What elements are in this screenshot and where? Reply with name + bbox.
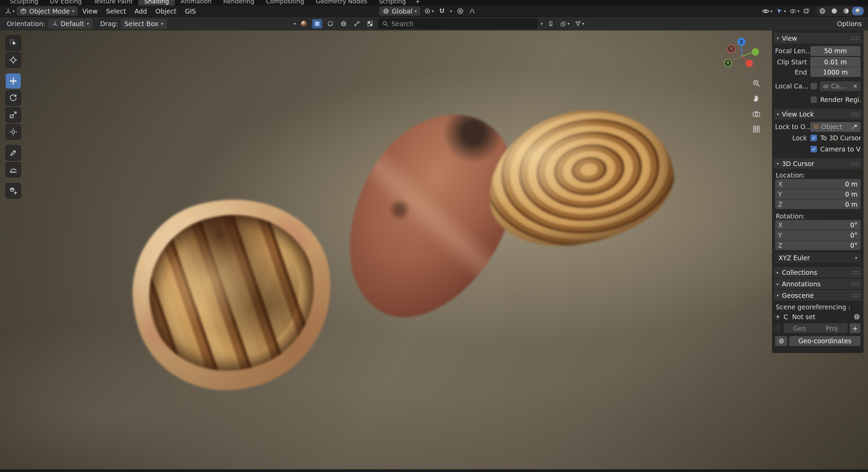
options-button[interactable]: Options [837,20,862,27]
object-wrinkled-kernel[interactable] [480,100,681,255]
xray-toggle[interactable] [802,7,811,16]
to-3d-cursor-checkbox[interactable]: ✓ [810,135,817,141]
tool-move[interactable] [5,73,21,89]
panel-header-view[interactable]: ▾ View [774,33,862,43]
gear-icon[interactable] [853,313,861,321]
cursor-rotation-z-field[interactable]: Z 0° [775,240,861,250]
panel-grip-handle[interactable] [851,161,859,166]
workspace-tab-texture-paint[interactable]: Texture Paint [88,0,138,5]
pan-hand-icon[interactable] [750,92,763,104]
camera-to-view-checkbox[interactable]: ✓ [810,146,817,152]
panel-grip-handle[interactable] [851,112,859,116]
chevron-down-icon[interactable]: ▾ [541,22,543,26]
workspace-tab-shading[interactable]: Shading [138,0,175,5]
panel-grip-handle[interactable] [851,282,859,286]
shading-solid-button[interactable] [828,7,840,15]
tool-transform[interactable] [5,124,21,140]
render-result-icon[interactable] [312,19,322,28]
filter-dropdown[interactable]: ▾ [574,20,585,28]
pivot-point-dropdown[interactable]: ▾ [423,7,435,16]
local-camera-field[interactable]: Ca... ✕ [820,81,861,91]
focal-length-field[interactable]: 50 mm [810,46,861,56]
editor-type-button[interactable]: ▾ [3,7,16,16]
panel-header-3d-cursor[interactable]: ▾ 3D Cursor [774,158,862,169]
nodes-icon[interactable] [352,19,362,28]
render-region-checkbox[interactable] [810,96,817,103]
shading-wireframe-button[interactable] [816,7,828,15]
navigation-gizmo[interactable]: Z X Y [718,33,765,80]
proportional-falloff-dropdown[interactable] [467,7,477,16]
panel-header-geoscene[interactable]: ▾ Geoscene [774,290,862,301]
collection-filter-dropdown[interactable]: ▾ [559,20,571,28]
lock-to-object-field[interactable]: Object [810,122,861,132]
tool-cursor[interactable] [5,52,21,68]
mode-dropdown[interactable]: Object Mode ▾ [17,6,78,16]
geo-button[interactable]: Geo [784,323,815,333]
checker-icon[interactable] [365,19,375,28]
cursor-location-z-field[interactable]: Z 0 m [775,199,861,209]
workspace-tab-animation[interactable]: Animation [175,0,217,5]
workspace-tab-uv-editing[interactable]: UV Editing [44,0,88,5]
search-input[interactable] [391,20,534,27]
grid-ortho-icon[interactable] [750,123,763,135]
tool-scale[interactable] [5,107,21,123]
orientation-dropdown[interactable]: Default ▾ [48,19,93,29]
close-icon[interactable]: ✕ [853,83,857,89]
gizmos-dropdown[interactable]: ▾ [775,7,787,16]
proportional-editing-toggle[interactable] [456,7,465,16]
clip-end-field[interactable]: 1000 m [810,67,861,77]
panel-grip-handle[interactable] [851,293,859,297]
gizmo-y-neg-axis[interactable] [752,48,759,56]
shading-rendered-button[interactable] [852,7,864,15]
zoom-icon[interactable] [750,77,763,89]
overlays-dropdown[interactable]: ▾ [788,7,801,16]
panel-header-annotations[interactable]: ▸ Annotations [774,279,862,289]
proj-radio[interactable] [775,326,780,331]
region-chevron-icon[interactable]: ▾ [294,22,296,26]
panel-grip-handle[interactable] [851,36,859,40]
workspace-tab-sculpting[interactable]: Sculpting [4,0,44,5]
cursor-location-x-field[interactable]: X 0 m [775,179,861,189]
tool-rotate[interactable] [5,90,21,106]
viewport-canvas[interactable]: Z X Y ▾ View Focal Len... [0,30,868,469]
proj-button[interactable]: Proj [816,323,848,333]
panel-grip-handle[interactable] [851,270,859,274]
drag-dropdown[interactable]: Select Box ▾ [121,19,167,29]
tool-add-cube[interactable] [5,183,21,199]
menu-object[interactable]: Object [152,7,180,16]
workspace-tab-scripting[interactable]: Scripting [373,0,412,5]
snap-toggle[interactable] [437,7,447,16]
workspace-tab-compositing[interactable]: Compositing [260,0,310,5]
workspace-tab-geometry-nodes[interactable]: Geometry Nodes [310,0,373,5]
menu-add[interactable]: Add [131,7,151,16]
sphere-icon[interactable] [325,19,335,28]
cursor-rotation-x-field[interactable]: X 0° [775,220,861,230]
snap-settings-dropdown[interactable]: ▾ [449,8,453,14]
tool-measure[interactable] [5,162,21,178]
add-crs-button[interactable]: + [850,323,861,333]
globe-icon[interactable] [775,336,787,346]
camera-view-icon[interactable] [750,108,763,120]
eyedropper-icon[interactable] [852,124,857,130]
add-workspace-button[interactable]: + [412,0,424,5]
visibility-dropdown[interactable]: ▾ [760,6,773,16]
panel-header-view-lock[interactable]: ▾ View Lock [774,109,862,119]
gizmo-x-neg-axis[interactable] [746,60,753,67]
transform-orientation-dropdown[interactable]: Global ▾ [379,6,420,16]
tool-annotate[interactable] [5,145,21,161]
panel-header-collections[interactable]: ▸ Collections [774,267,862,278]
tool-select-box[interactable] [5,35,21,51]
shading-ball-icon[interactable] [299,19,309,28]
clip-start-field[interactable]: 0.01 m [810,57,861,67]
local-camera-checkbox[interactable] [810,83,817,89]
shading-material-button[interactable] [840,7,852,15]
menu-gis[interactable]: GIS [181,7,199,16]
cursor-rotation-y-field[interactable]: Y 0° [775,230,861,240]
euler-order-dropdown[interactable]: XYZ Euler ▾ [775,253,861,263]
crs-radio[interactable] [775,314,780,320]
workspace-tab-rendering[interactable]: Rendering [217,0,260,5]
world-icon[interactable] [339,19,349,28]
object-open-nut-shell[interactable] [115,181,350,408]
bookmark-icon[interactable] [546,19,556,28]
menu-select[interactable]: Select [102,7,130,16]
